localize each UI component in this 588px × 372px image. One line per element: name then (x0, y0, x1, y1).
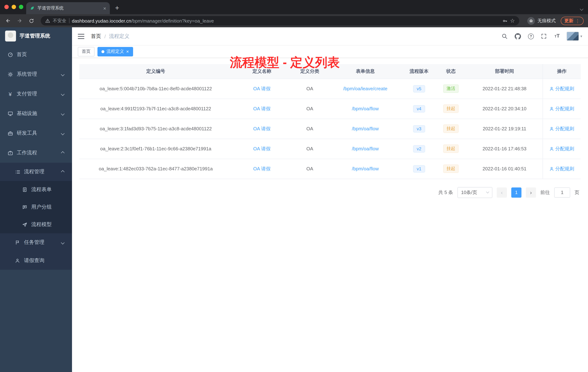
browser-update-button[interactable]: 更新 ⋮ (561, 17, 584, 25)
browser-tab[interactable]: 芋道管理系统 × (26, 2, 110, 14)
assign-rule-button[interactable]: 分配规则 (549, 165, 574, 172)
url-text: dashboard.yudao.iocoder.cn/bpm/manager/d… (72, 18, 214, 23)
sidebar-item-workflow[interactable]: 工作流程 (0, 143, 72, 163)
sidebar-item-process-management[interactable]: 流程管理 (0, 163, 72, 181)
github-icon[interactable] (514, 33, 521, 40)
sidebar-item-devtools[interactable]: 研发工具 (0, 123, 72, 143)
chevron-up-icon (61, 170, 64, 174)
sidebar-item-label: 请假查询 (24, 257, 65, 264)
version-badge[interactable]: v5 (413, 85, 425, 92)
assign-rule-button[interactable]: 分配规则 (549, 85, 574, 92)
address-bar[interactable]: 不安全 dashboard.yudao.iocoder.cn/bpm/manag… (41, 16, 519, 25)
sidebar-item-label: 流程表单 (31, 186, 65, 193)
sidebar-item-infrastructure[interactable]: 基础设施 (0, 104, 72, 123)
chevron-down-icon (580, 7, 583, 11)
tag-home[interactable]: 首页 (78, 47, 94, 56)
sidebar-item-payment[interactable]: ¥ 支付管理 (0, 84, 72, 104)
form-info-link[interactable]: /bpm/oa/flow (352, 126, 379, 131)
new-tab-button[interactable]: + (112, 3, 122, 13)
bookmark-star-icon[interactable]: ☆ (510, 17, 515, 24)
version-badge[interactable]: v3 (413, 125, 425, 132)
chat-group-icon (22, 204, 28, 210)
forward-button[interactable] (15, 16, 25, 26)
page-size-select[interactable]: 10条/页 (457, 187, 492, 198)
assign-rule-button[interactable]: 分配规则 (549, 145, 574, 152)
fullscreen-icon[interactable] (540, 33, 548, 40)
font-size-icon[interactable]: TT (554, 33, 561, 40)
url-domain: dashboard.yudao.iocoder.cn (72, 18, 131, 23)
security-warning-icon[interactable] (45, 18, 50, 23)
breadcrumb: 首页 / 流程定义 (91, 33, 129, 40)
tab-search-button[interactable] (580, 5, 583, 12)
column-header: 操作 (543, 64, 581, 79)
sidebar-item-user-group[interactable]: 用户分组 (0, 198, 72, 216)
next-page-button[interactable]: › (526, 187, 536, 197)
status-badge: 挂起 (443, 144, 459, 153)
reload-button[interactable] (26, 16, 36, 26)
definition-name-link[interactable]: OA 请假 (253, 86, 271, 91)
sidebar-item-task-management[interactable]: 任务管理 (0, 233, 72, 252)
help-icon[interactable]: ? (527, 33, 535, 40)
version-badge[interactable]: v1 (413, 165, 425, 172)
form-info-link[interactable]: /bpm/oa/leave/create (343, 86, 388, 91)
assign-rule-button[interactable]: 分配规则 (549, 125, 574, 132)
version-badge[interactable]: v2 (413, 145, 425, 152)
definition-name-link[interactable]: OA 请假 (253, 126, 271, 131)
tab-title: 芋道管理系统 (37, 5, 100, 11)
form-info-link[interactable]: /bpm/oa/flow (352, 166, 379, 171)
active-dot-icon (101, 50, 104, 53)
window-close-button[interactable] (4, 5, 9, 9)
chevron-down-icon (61, 131, 64, 135)
chevron-up-icon (61, 151, 64, 155)
update-label: 更新 (564, 18, 573, 24)
sidebar-item-label: 基础设施 (17, 110, 58, 117)
sidebar-item-label: 流程管理 (24, 169, 58, 175)
column-header: 表单信息 (328, 64, 403, 79)
sidebar-item-process-form[interactable]: 流程表单 (0, 181, 72, 198)
password-key-icon[interactable] (502, 18, 507, 23)
navbar-actions: ? TT ▾ (501, 32, 582, 41)
window-minimize-button[interactable] (12, 5, 16, 9)
app-logo[interactable]: 芋道管理系统 (0, 27, 72, 45)
pagination-total: 共 5 条 (438, 189, 453, 196)
cell-deploy-time: 2022-01-22 19:19:11 (466, 119, 543, 139)
column-header: 流程版本 (403, 64, 435, 79)
window-zoom-button[interactable] (19, 5, 23, 9)
cell-category: OA (292, 79, 328, 99)
browser-menu-icon[interactable]: ⋮ (575, 18, 580, 23)
sidebar-item-system[interactable]: 系统管理 (0, 65, 72, 84)
page-number-button[interactable]: 1 (511, 187, 521, 197)
version-badge[interactable]: v4 (413, 105, 425, 112)
page-unit-label: 页 (575, 189, 579, 196)
chevron-down-icon (486, 190, 489, 194)
column-header: 定义编号 (79, 64, 232, 79)
briefcase-icon (7, 150, 13, 156)
status-badge: 挂起 (443, 124, 459, 133)
goto-page-input[interactable] (554, 187, 570, 197)
form-info-link[interactable]: /bpm/oa/flow (352, 146, 379, 152)
breadcrumb-home[interactable]: 首页 (91, 33, 101, 40)
cell-deploy-time: 2022-01-16 17:46:53 (466, 139, 543, 159)
tag-process-definition[interactable]: 流程定义 × (97, 47, 133, 56)
tab-close-icon[interactable]: × (103, 6, 106, 11)
assign-rule-button[interactable]: 分配规则 (549, 105, 574, 112)
definition-name-link[interactable]: OA 请假 (253, 106, 271, 111)
table-row: oa_leave:2:3c1f0ef1-76b1-11ec-9c66-a2380… (79, 139, 581, 159)
document-icon (22, 187, 28, 193)
cell-deploy-time: 2022-01-16 01:40:51 (466, 159, 543, 179)
definition-name-link[interactable]: OA 请假 (253, 146, 271, 151)
prev-page-button[interactable]: ‹ (497, 187, 507, 197)
sidebar-item-label: 任务管理 (24, 239, 58, 246)
sidebar-item-process-model[interactable]: 流程模型 (0, 216, 72, 233)
back-button[interactable] (3, 16, 13, 26)
sidebar-item-home[interactable]: 首页 (0, 45, 72, 65)
flag-icon (15, 240, 20, 245)
tag-close-icon[interactable]: × (126, 49, 129, 54)
sidebar-item-leave-query[interactable]: 请假查询 (0, 252, 72, 270)
user-menu[interactable]: ▾ (567, 32, 582, 41)
sidebar-collapse-icon[interactable] (78, 34, 84, 39)
search-icon[interactable] (501, 33, 508, 40)
form-info-link[interactable]: /bpm/oa/flow (352, 106, 379, 111)
status-badge: 挂起 (443, 164, 459, 173)
definition-name-link[interactable]: OA 请假 (253, 166, 271, 171)
